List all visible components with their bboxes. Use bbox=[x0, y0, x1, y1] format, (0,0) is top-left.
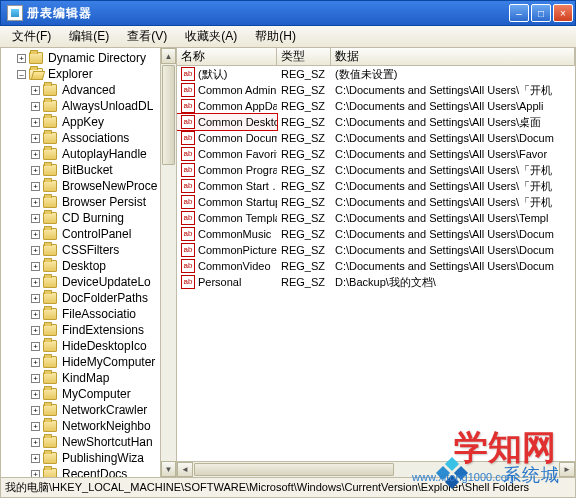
expand-icon[interactable]: + bbox=[31, 310, 40, 319]
close-button[interactable]: × bbox=[553, 4, 573, 22]
value-list[interactable]: (默认)REG_SZ(数值未设置)Common Admini…REG_SZC:\… bbox=[177, 66, 575, 477]
minimize-button[interactable]: – bbox=[509, 4, 529, 22]
tree-item[interactable]: +FileAssociatio bbox=[3, 306, 176, 322]
tree-item[interactable]: –Explorer bbox=[3, 66, 176, 82]
expand-icon[interactable]: + bbox=[31, 374, 40, 383]
folder-icon bbox=[43, 388, 57, 400]
list-hscrollbar[interactable]: ◄ ► bbox=[177, 461, 575, 477]
tree-item[interactable]: +Associations bbox=[3, 130, 176, 146]
tree-item[interactable]: +HideDesktopIco bbox=[3, 338, 176, 354]
expand-icon[interactable]: + bbox=[31, 294, 40, 303]
column-type[interactable]: 类型 bbox=[277, 48, 331, 65]
expand-icon[interactable]: + bbox=[31, 390, 40, 399]
tree-item[interactable]: +AlwaysUnloadDL bbox=[3, 98, 176, 114]
value-row[interactable]: Common AppDataREG_SZC:\Documents and Set… bbox=[177, 98, 575, 114]
tree-item[interactable]: +NetworkNeighbo bbox=[3, 418, 176, 434]
tree-item[interactable]: +DeviceUpdateLo bbox=[3, 274, 176, 290]
tree-item[interactable]: +Dynamic Directory bbox=[3, 50, 176, 66]
expand-icon[interactable]: + bbox=[31, 118, 40, 127]
value-row[interactable]: Common Start …REG_SZC:\Documents and Set… bbox=[177, 178, 575, 194]
value-row[interactable]: CommonPicturesREG_SZC:\Documents and Set… bbox=[177, 242, 575, 258]
tree-scrollbar[interactable]: ▲ ▼ bbox=[160, 48, 176, 477]
expand-icon[interactable]: + bbox=[31, 422, 40, 431]
tree-item[interactable]: +MyComputer bbox=[3, 386, 176, 402]
expand-icon[interactable]: + bbox=[31, 454, 40, 463]
tree-item[interactable]: +CSSFilters bbox=[3, 242, 176, 258]
tree-item[interactable]: +ControlPanel bbox=[3, 226, 176, 242]
tree-item[interactable]: +RecentDocs bbox=[3, 466, 176, 477]
tree-item[interactable]: +BrowseNewProce bbox=[3, 178, 176, 194]
tree-item[interactable]: +DocFolderPaths bbox=[3, 290, 176, 306]
tree-item[interactable]: +Browser Persist bbox=[3, 194, 176, 210]
expand-icon[interactable]: + bbox=[17, 54, 26, 63]
expand-icon[interactable]: + bbox=[31, 438, 40, 447]
scroll-left-icon[interactable]: ◄ bbox=[177, 462, 193, 477]
expand-icon[interactable]: + bbox=[31, 246, 40, 255]
expand-icon[interactable]: + bbox=[31, 102, 40, 111]
expand-icon[interactable]: + bbox=[31, 150, 40, 159]
scroll-right-icon[interactable]: ► bbox=[559, 462, 575, 477]
list-pane: 名称 类型 数据 (默认)REG_SZ(数值未设置)Common Admini…… bbox=[177, 48, 575, 477]
value-row[interactable]: Common DocumentsREG_SZC:\Documents and S… bbox=[177, 130, 575, 146]
value-row[interactable]: CommonVideoREG_SZC:\Documents and Settin… bbox=[177, 258, 575, 274]
expand-icon[interactable]: + bbox=[31, 470, 40, 478]
scroll-up-icon[interactable]: ▲ bbox=[161, 48, 176, 64]
value-row[interactable]: Common Admini…REG_SZC:\Documents and Set… bbox=[177, 82, 575, 98]
tree-item[interactable]: +PublishingWiza bbox=[3, 450, 176, 466]
tree-item[interactable]: +CD Burning bbox=[3, 210, 176, 226]
expand-icon[interactable]: – bbox=[17, 70, 26, 79]
value-row[interactable]: (默认)REG_SZ(数值未设置) bbox=[177, 66, 575, 82]
value-row[interactable]: CommonMusicREG_SZC:\Documents and Settin… bbox=[177, 226, 575, 242]
value-name: (默认) bbox=[198, 67, 227, 82]
column-data[interactable]: 数据 bbox=[331, 48, 575, 65]
folder-icon bbox=[43, 404, 57, 416]
tree-item[interactable]: +BitBucket bbox=[3, 162, 176, 178]
tree-item[interactable]: +FindExtensions bbox=[3, 322, 176, 338]
tree-item[interactable]: +Desktop bbox=[3, 258, 176, 274]
value-row[interactable]: Common FavoritesREG_SZC:\Documents and S… bbox=[177, 146, 575, 162]
expand-icon[interactable]: + bbox=[31, 86, 40, 95]
menu-file[interactable]: 文件(F) bbox=[4, 26, 59, 47]
string-value-icon bbox=[181, 147, 195, 161]
expand-icon[interactable]: + bbox=[31, 262, 40, 271]
expand-icon[interactable]: + bbox=[31, 326, 40, 335]
hscroll-thumb[interactable] bbox=[194, 463, 394, 476]
scroll-down-icon[interactable]: ▼ bbox=[161, 461, 176, 477]
value-row[interactable]: Common DesktopREG_SZC:\Documents and Set… bbox=[177, 114, 575, 130]
tree-item[interactable]: +KindMap bbox=[3, 370, 176, 386]
value-data: (数值未设置) bbox=[331, 66, 575, 83]
tree-label: AppKey bbox=[60, 114, 106, 130]
expand-icon[interactable]: + bbox=[31, 134, 40, 143]
scroll-thumb[interactable] bbox=[162, 65, 175, 165]
tree-item[interactable]: +NewShortcutHan bbox=[3, 434, 176, 450]
tree-item[interactable]: +HideMyComputer bbox=[3, 354, 176, 370]
folder-icon bbox=[43, 292, 57, 304]
menu-help[interactable]: 帮助(H) bbox=[247, 26, 304, 47]
tree-item[interactable]: +AutoplayHandle bbox=[3, 146, 176, 162]
expand-icon[interactable]: + bbox=[31, 342, 40, 351]
expand-icon[interactable]: + bbox=[31, 198, 40, 207]
value-row[interactable]: Common StartupREG_SZC:\Documents and Set… bbox=[177, 194, 575, 210]
registry-tree[interactable]: +Dynamic Directory–Explorer+Advanced+Alw… bbox=[1, 48, 176, 477]
expand-icon[interactable]: + bbox=[31, 358, 40, 367]
tree-item[interactable]: +NetworkCrawler bbox=[3, 402, 176, 418]
expand-icon[interactable]: + bbox=[31, 278, 40, 287]
expand-icon[interactable]: + bbox=[31, 406, 40, 415]
value-row[interactable]: PersonalREG_SZD:\Backup\我的文档\ bbox=[177, 274, 575, 290]
tree-item[interactable]: +Advanced bbox=[3, 82, 176, 98]
value-row[interactable]: Common TemplatesREG_SZC:\Documents and S… bbox=[177, 210, 575, 226]
expand-icon[interactable]: + bbox=[31, 214, 40, 223]
column-name[interactable]: 名称 bbox=[177, 48, 277, 65]
value-data: C:\Documents and Settings\All Users\「开机 bbox=[331, 194, 575, 211]
tree-label: AlwaysUnloadDL bbox=[60, 98, 155, 114]
expand-icon[interactable]: + bbox=[31, 230, 40, 239]
maximize-button[interactable]: □ bbox=[531, 4, 551, 22]
menu-favorites[interactable]: 收藏夹(A) bbox=[177, 26, 245, 47]
expand-icon[interactable]: + bbox=[31, 166, 40, 175]
menu-view[interactable]: 查看(V) bbox=[119, 26, 175, 47]
folder-icon bbox=[43, 468, 57, 477]
value-row[interactable]: Common ProgramsREG_SZC:\Documents and Se… bbox=[177, 162, 575, 178]
tree-item[interactable]: +AppKey bbox=[3, 114, 176, 130]
expand-icon[interactable]: + bbox=[31, 182, 40, 191]
menu-edit[interactable]: 编辑(E) bbox=[61, 26, 117, 47]
